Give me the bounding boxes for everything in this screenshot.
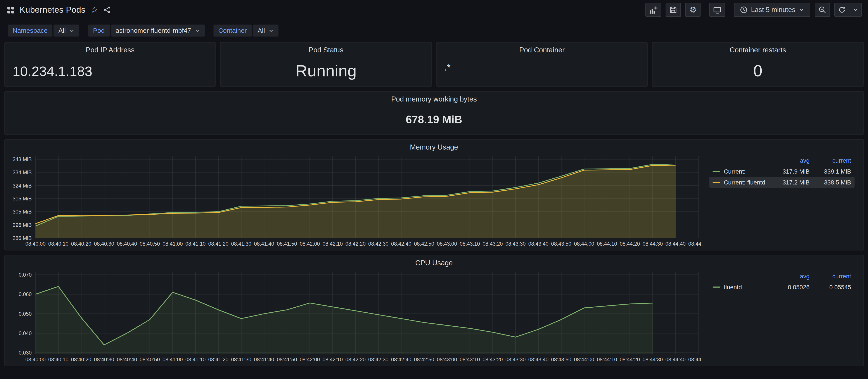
x-axis-label: 08:44:00 <box>574 356 594 362</box>
x-axis-label: 08:43:10 <box>460 241 480 247</box>
x-axis-label: 08:42:00 <box>300 241 320 247</box>
legend-row[interactable]: fluentd0.050260.05545 <box>709 282 854 292</box>
refresh-button[interactable] <box>834 3 849 17</box>
variable-container: Container All <box>213 25 278 37</box>
x-axis-label: 08:44:30 <box>643 241 663 247</box>
star-icon[interactable]: ☆ <box>90 5 98 14</box>
y-axis-label: 0.050 <box>19 311 32 317</box>
legend-header: avgcurrent <box>709 271 854 282</box>
x-axis-label: 08:41:10 <box>185 356 206 362</box>
stat-value: 678.19 MiB <box>5 105 863 134</box>
x-axis-label: 08:41:00 <box>162 356 183 362</box>
container-restarts-panel: Container restarts 0 <box>652 42 864 87</box>
zoom-out-button[interactable] <box>814 3 830 17</box>
grafana-dashboard: Kubernetes Pods ☆ ⚙ <box>0 0 868 379</box>
y-axis-label: 0.060 <box>19 291 32 297</box>
save-icon <box>670 6 677 14</box>
dashboard-title: Kubernetes Pods <box>20 5 85 15</box>
save-dashboard-button[interactable] <box>666 3 681 17</box>
x-axis-label: 08:40:00 <box>25 356 45 362</box>
time-range-picker[interactable]: Last 5 minutes <box>734 3 810 17</box>
series-name: Current: fluentd <box>724 178 765 186</box>
refresh-interval-dropdown[interactable] <box>849 3 862 17</box>
variable-namespace-select[interactable]: All <box>54 25 79 37</box>
variables-row: Namespace All Pod astronomer-fluentd-mbf… <box>0 20 868 42</box>
x-axis-label: 08:44:10 <box>597 356 617 362</box>
share-icon[interactable] <box>103 6 111 14</box>
x-axis-label: 08:44:50 <box>688 241 703 247</box>
x-axis-label: 08:41:30 <box>231 356 251 362</box>
panel-title[interactable]: Container restarts <box>653 42 863 56</box>
legend-value-current: 0.05545 <box>809 283 851 291</box>
dashboard-settings-button[interactable]: ⚙ <box>685 3 701 17</box>
stats-row: Pod IP Address 10.234.1.183 Pod Status R… <box>4 42 864 87</box>
series-name: fluentd <box>724 283 742 291</box>
apps-grid-icon[interactable] <box>6 6 15 14</box>
legend-row[interactable]: Current: fluentd317.2 MiB338.5 MiB <box>709 177 854 188</box>
legend-column-current[interactable]: current <box>809 156 851 165</box>
memory-usage-legend: avgcurrentCurrent:317.9 MiB339.1 MiBCurr… <box>703 153 860 248</box>
x-axis-label: 08:41:30 <box>231 241 251 247</box>
x-axis-label: 08:43:40 <box>528 356 549 362</box>
x-axis-label: 08:40:10 <box>48 356 68 362</box>
chevron-down-icon <box>195 28 200 33</box>
refresh-control <box>834 3 862 17</box>
legend-column-current[interactable]: current <box>809 272 851 280</box>
legend-value-avg: 317.9 MiB <box>768 167 809 176</box>
panel-title[interactable]: CPU Usage <box>5 255 863 269</box>
chart-canvas[interactable]: 08:40:0008:40:1008:40:2008:40:3008:40:40… <box>8 153 703 248</box>
x-axis-label: 08:43:20 <box>483 356 503 362</box>
series-marker-icon <box>712 287 720 288</box>
x-axis-label: 08:40:20 <box>71 356 91 362</box>
kiosk-mode-button[interactable] <box>709 3 725 17</box>
y-axis-label: 324 MiB <box>13 183 32 189</box>
x-axis-label: 08:42:10 <box>322 241 343 247</box>
stat-value: .* <box>437 53 647 83</box>
chevron-down-icon <box>853 7 858 13</box>
legend-row[interactable]: Current:317.9 MiB339.1 MiB <box>709 166 854 177</box>
zoom-out-icon <box>818 6 826 14</box>
legend-column-avg[interactable]: avg <box>768 156 809 165</box>
cpu-usage-plot[interactable]: 08:40:0008:40:1008:40:2008:40:3008:40:40… <box>8 269 703 364</box>
clock-icon <box>740 6 748 14</box>
dashboard-grid: Pod IP Address 10.234.1.183 Pod Status R… <box>0 42 868 366</box>
x-axis-label: 08:43:30 <box>505 356 526 362</box>
y-axis-label: 286 MiB <box>13 235 32 241</box>
x-axis-label: 08:42:50 <box>414 356 434 362</box>
chart-canvas[interactable]: 08:40:0008:40:1008:40:2008:40:3008:40:40… <box>8 269 703 364</box>
variable-value: All <box>258 27 265 34</box>
x-axis-label: 08:44:10 <box>597 241 617 247</box>
chevron-down-icon <box>269 28 274 33</box>
x-axis-label: 08:41:10 <box>185 241 206 247</box>
y-axis-label: 315 MiB <box>13 196 32 201</box>
y-axis-label: 0.030 <box>19 350 32 356</box>
x-axis-label: 08:40:50 <box>140 356 160 362</box>
y-axis-label: 305 MiB <box>13 209 32 215</box>
x-axis-label: 08:40:00 <box>25 241 45 247</box>
y-axis-label: 0.040 <box>19 330 32 336</box>
x-axis-label: 08:43:20 <box>483 241 503 247</box>
x-axis-label: 08:41:40 <box>254 356 274 362</box>
memory-usage-plot[interactable]: 08:40:0008:40:1008:40:2008:40:3008:40:40… <box>8 153 703 248</box>
legend-value-avg: 317.2 MiB <box>768 178 809 186</box>
add-panel-icon <box>649 6 658 14</box>
y-axis-label: 343 MiB <box>13 156 32 162</box>
x-axis-label: 08:41:20 <box>208 356 228 362</box>
y-axis-label: 296 MiB <box>13 222 32 228</box>
variable-pod: Pod astronomer-fluentd-mbf47 <box>88 25 205 37</box>
x-axis-label: 08:40:30 <box>94 356 114 362</box>
x-axis-label: 08:44:40 <box>665 356 686 362</box>
y-axis-label: 334 MiB <box>13 169 32 175</box>
variable-pod-select[interactable]: astronomer-fluentd-mbf47 <box>111 25 205 37</box>
time-range-label: Last 5 minutes <box>751 6 795 14</box>
variable-value: astronomer-fluentd-mbf47 <box>116 27 191 34</box>
variable-container-select[interactable]: All <box>253 25 278 37</box>
panel-title[interactable]: Pod IP Address <box>5 42 215 56</box>
chevron-down-icon <box>69 28 74 33</box>
panel-title[interactable]: Pod Status <box>221 42 431 56</box>
panel-title[interactable]: Pod memory working bytes <box>5 92 863 105</box>
x-axis-label: 08:43:50 <box>551 356 571 362</box>
add-panel-button[interactable] <box>646 3 661 17</box>
legend-column-avg[interactable]: avg <box>768 272 809 280</box>
panel-title[interactable]: Memory Usage <box>5 140 863 153</box>
